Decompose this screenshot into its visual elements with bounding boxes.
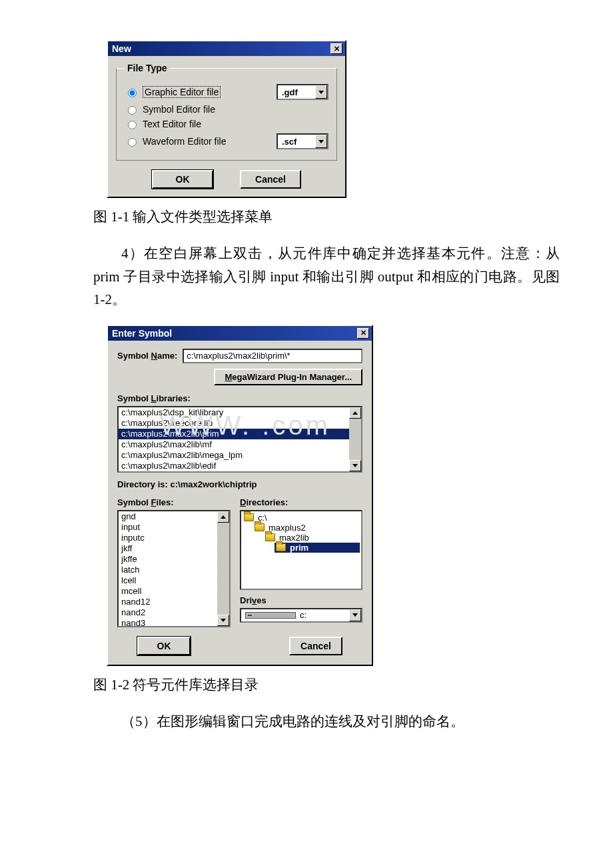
radio-label: Graphic Editor file (145, 87, 219, 97)
radio-label: Text Editor file (143, 119, 201, 129)
radio-symbol-editor[interactable]: Symbol Editor file (125, 104, 328, 115)
list-item[interactable]: jkffe (119, 554, 217, 565)
symbol-libraries-list[interactable]: c:\maxplus2\dsp_kit\libraryc:\maxplus2\f… (117, 406, 362, 473)
figure-caption-1-1: 图 1-1 输入文件类型选择菜单 (93, 207, 560, 226)
scrollbar[interactable] (349, 407, 361, 471)
symbol-name-value: c:\maxplus2\max2lib\prim\* (187, 351, 290, 361)
ok-button[interactable]: OK (137, 637, 191, 655)
drives-combo[interactable]: c: (240, 608, 362, 623)
close-icon[interactable]: ✕ (330, 43, 342, 54)
dialog-title: Enter Symbol (112, 328, 172, 339)
drive-value: c: (300, 610, 349, 620)
list-item[interactable]: c:\maxplus2\freecore lib (119, 418, 349, 429)
cancel-button[interactable]: Cancel (289, 637, 342, 655)
figure-caption-1-2: 图 1-2 符号元件库选择目录 (93, 675, 560, 694)
list-item[interactable]: nand2 (119, 607, 217, 618)
directories-label: Directories: (240, 497, 362, 507)
dialog-title: New (112, 43, 131, 54)
drive-icon (245, 612, 296, 619)
radio-waveform-editor[interactable]: Waveform Editor file .scf (125, 133, 328, 149)
tree-node-label: maxplus2 (269, 523, 306, 533)
symbol-name-field[interactable]: c:\maxplus2\max2lib\prim\* (183, 349, 362, 363)
radio-text-editor[interactable]: Text Editor file (125, 119, 328, 129)
enter-symbol-dialog: Enter Symbol ✕ Symbol Name: c:\maxplus2\… (107, 325, 373, 666)
paragraph-4: 4）在空白屏幕上双击，从元件库中确定并选择基本元件。注意：从 prim 子目录中… (93, 242, 560, 311)
chevron-down-icon[interactable] (349, 609, 361, 621)
group-title: File Type (125, 63, 170, 73)
close-icon[interactable]: ✕ (357, 328, 369, 339)
list-item[interactable]: c:\maxplus2\max2lib\mf (119, 439, 349, 450)
list-item[interactable]: input (119, 522, 217, 533)
folder-icon (255, 523, 265, 531)
ok-button[interactable]: OK (152, 170, 213, 189)
list-item[interactable]: nand3 (119, 618, 217, 626)
scroll-down-icon[interactable] (217, 615, 229, 626)
list-item[interactable]: c:\maxplus2\max2lib\edif (119, 461, 349, 471)
drives-label: Drives (240, 595, 362, 605)
new-file-dialog: New ✕ File Type Graphic Editor file .gdf… (107, 40, 346, 198)
symbol-files-list[interactable]: gndinputinputcjkffjkffelatchlcellmcellna… (117, 510, 231, 627)
list-item[interactable]: gnd (119, 511, 217, 522)
list-item[interactable]: mcell (119, 586, 217, 597)
scrollbar[interactable] (217, 511, 229, 626)
tree-node-label: max2lib (279, 533, 309, 543)
directory-is-label: Directory is: c:\max2work\chiptrip (117, 479, 362, 489)
folder-icon (244, 513, 254, 521)
radio-label: Waveform Editor file (143, 136, 227, 147)
list-item[interactable]: lcell (119, 575, 217, 586)
symbol-name-label: Symbol Name: (117, 351, 177, 361)
ext-value: .gdf (278, 87, 315, 97)
tree-node[interactable]: prim (275, 543, 360, 553)
dialog-title-bar[interactable]: New ✕ (108, 41, 345, 56)
radio-label: Symbol Editor file (143, 104, 215, 115)
list-item[interactable]: latch (119, 565, 217, 575)
list-item[interactable]: jkff (119, 543, 217, 554)
radio-input[interactable] (128, 138, 137, 147)
radio-input[interactable] (128, 121, 137, 129)
gdf-extension-combo[interactable]: .gdf (277, 84, 328, 100)
chevron-down-icon[interactable] (315, 135, 327, 148)
megawizard-button[interactable]: MegaWizard Plug-In Manager... (214, 369, 362, 385)
scroll-up-icon[interactable] (217, 511, 229, 523)
symbol-libraries-label: Symbol Libraries: (117, 393, 362, 403)
tree-node-label: prim (290, 543, 308, 553)
cancel-button[interactable]: Cancel (240, 170, 301, 189)
folder-icon (276, 543, 286, 551)
scroll-up-icon[interactable] (349, 407, 361, 419)
list-item[interactable]: c:\maxplus2\max2lib\prim (119, 429, 349, 439)
list-item[interactable]: c:\maxplus2\max2lib\mega_lpm (119, 450, 349, 461)
scf-extension-combo[interactable]: .scf (277, 133, 328, 149)
ext-value: .scf (278, 137, 315, 147)
radio-input[interactable] (128, 89, 137, 97)
list-item[interactable]: c:\maxplus2\dsp_kit\library (119, 407, 349, 418)
scroll-down-icon[interactable] (349, 460, 361, 471)
list-item[interactable]: inputc (119, 533, 217, 543)
list-item[interactable]: nand12 (119, 597, 217, 607)
dialog-title-bar[interactable]: Enter Symbol ✕ (108, 326, 372, 341)
radio-graphic-editor[interactable]: Graphic Editor file .gdf (125, 84, 328, 100)
paragraph-5: （5）在图形编辑窗口完成电路的连线及对引脚的命名。 (93, 710, 560, 733)
symbol-files-label: Symbol Files: (117, 497, 231, 507)
chevron-down-icon[interactable] (315, 85, 327, 99)
radio-input[interactable] (128, 106, 137, 115)
folder-icon (265, 533, 275, 541)
symbol-name-row: Symbol Name: c:\maxplus2\max2lib\prim\* (117, 349, 362, 363)
directories-tree[interactable]: c:\maxplus2max2libprim (240, 510, 362, 590)
file-type-group: File Type Graphic Editor file .gdf Symbo… (116, 63, 337, 161)
